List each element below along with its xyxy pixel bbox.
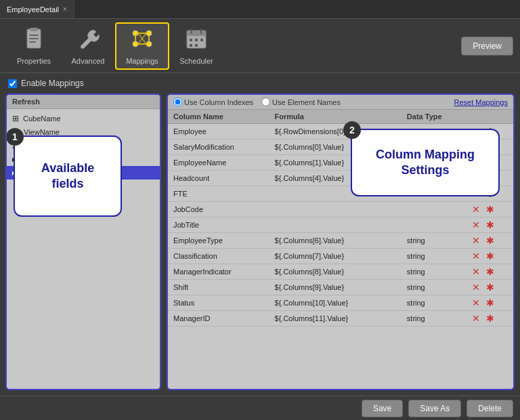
radio-elem-names[interactable]: Use Element Names [261, 98, 341, 106]
col-header-formula: Formula [269, 110, 402, 124]
delete-row-icon[interactable]: ✕ [472, 235, 480, 246]
svg-point-6 [133, 41, 138, 47]
tab-bar: EmployeeDetail × [0, 0, 520, 19]
cell-colname: FTE [168, 186, 269, 202]
save-as-button[interactable]: Save As [408, 400, 461, 417]
cell-colname: JobCode [168, 202, 269, 217]
delete-row-icon[interactable]: ✕ [472, 282, 480, 293]
cell-type: string [402, 311, 467, 327]
cell-formula [269, 217, 402, 233]
delete-button[interactable]: Delete [467, 400, 513, 417]
cell-formula [269, 202, 402, 217]
table-row: JobCode ✕ ✱ [168, 202, 513, 217]
cell-colname: ManagerID [168, 311, 269, 327]
radio-elem-names-label: Use Element Names [272, 98, 341, 106]
svg-rect-16 [187, 30, 206, 36]
callout-1-text: Available fields [26, 161, 110, 192]
enable-mappings-label: Enable Mappings [21, 79, 84, 88]
enable-mappings-row: Enable Mappings [0, 73, 520, 93]
toolbar-btn-properties[interactable]: Properties [7, 22, 61, 70]
cell-colname: ManagerIndicator [168, 264, 269, 280]
cell-actions: ✕ ✱ [467, 280, 513, 295]
cell-formula: ${.Columns[8].Value} [269, 264, 402, 280]
edit-row-icon[interactable]: ✱ [486, 219, 494, 230]
enable-mappings-checkbox[interactable] [8, 79, 17, 88]
cell-actions: ✕ ✱ [467, 249, 513, 264]
table-row: Classification ${.Columns[7].Value} stri… [168, 249, 513, 264]
table-row: ManagerID ${.Columns[11].Value} string ✕… [168, 311, 513, 327]
toolbar-btn-mappings[interactable]: Mappings [115, 22, 169, 70]
svg-point-5 [133, 30, 138, 36]
edit-row-icon[interactable]: ✱ [486, 313, 494, 324]
delete-row-icon[interactable]: ✕ [472, 204, 480, 215]
delete-row-icon[interactable]: ✕ [472, 313, 480, 324]
delete-row-icon[interactable]: ✕ [472, 266, 480, 277]
employee-detail-tab[interactable]: EmployeeDetail × [0, 0, 74, 18]
table-row: Status ${.Columns[10].Value} string ✕ ✱ [168, 295, 513, 311]
cell-actions: ✕ ✱ [467, 217, 513, 233]
edit-row-icon[interactable]: ✱ [486, 235, 494, 246]
radio-elem-names-input[interactable] [261, 98, 270, 106]
cell-colname: Classification [168, 249, 269, 264]
callout-1-number: 1 [6, 128, 24, 146]
col-header-actions [467, 110, 513, 124]
toolbar-btn-advanced[interactable]: Advanced [61, 22, 115, 70]
delete-row-icon[interactable]: ✕ [472, 251, 480, 261]
left-panel-header: Refresh [7, 95, 160, 109]
panels-container: Refresh ⊞ CubeName ▦ ViewName Σ SpreadCo… [0, 93, 520, 396]
cell-type: string [402, 295, 467, 311]
svg-point-7 [146, 30, 152, 36]
svg-rect-19 [190, 39, 192, 41]
svg-rect-1 [30, 28, 38, 31]
delete-row-icon[interactable]: ✕ [472, 219, 480, 230]
svg-rect-22 [190, 44, 192, 47]
grid-icon: ⊞ [12, 114, 19, 123]
edit-row-icon[interactable]: ✱ [486, 297, 494, 308]
preview-button[interactable]: Preview [461, 37, 513, 56]
cell-type [402, 202, 467, 217]
left-item-label: CubeName [23, 114, 61, 123]
toolbar-label-properties: Properties [17, 57, 51, 65]
edit-row-icon[interactable]: ✱ [486, 204, 494, 215]
edit-row-icon[interactable]: ✱ [486, 282, 494, 293]
calendar-icon [184, 26, 209, 56]
cell-type: string [402, 280, 467, 295]
left-item-cube[interactable]: ⊞ CubeName [7, 112, 160, 125]
tab-close-icon[interactable]: × [63, 5, 67, 13]
svg-rect-2 [29, 35, 39, 36]
cell-formula: ${.Columns[9].Value} [269, 280, 402, 295]
toolbar-label-advanced: Advanced [72, 57, 105, 65]
callout-column-mapping: 2 Column Mapping Settings [351, 129, 500, 196]
tab-label: EmployeeDetail [7, 5, 59, 14]
svg-rect-3 [29, 38, 39, 39]
cell-type [402, 217, 467, 233]
cell-type: string [402, 264, 467, 280]
wrench-icon [76, 26, 100, 56]
svg-point-8 [146, 41, 152, 47]
svg-rect-4 [29, 41, 36, 43]
cell-colname: SalaryModification [168, 140, 269, 155]
right-panel-header: Use Column Indexes Use Element Names Res… [168, 95, 513, 110]
radio-group: Use Column Indexes Use Element Names [173, 98, 341, 106]
edit-row-icon[interactable]: ✱ [486, 266, 494, 277]
callout-2-text: Column Mapping Settings [363, 147, 488, 179]
table-row: JobTitle ✕ ✱ [168, 217, 513, 233]
cell-colname: Headcount [168, 171, 269, 186]
svg-rect-23 [195, 44, 198, 47]
cell-colname: JobTitle [168, 217, 269, 233]
reset-mappings-link[interactable]: Reset Mappings [454, 98, 508, 106]
cell-colname: EmployeeName [168, 155, 269, 171]
cell-colname: Employee [168, 124, 269, 140]
cell-colname: Status [168, 295, 269, 311]
cell-type: string [402, 249, 467, 264]
save-button[interactable]: Save [362, 400, 403, 417]
edit-row-icon[interactable]: ✱ [486, 251, 494, 261]
cell-type: string [402, 233, 467, 249]
radio-col-indexes[interactable]: Use Column Indexes [173, 98, 253, 106]
delete-row-icon[interactable]: ✕ [472, 297, 480, 308]
toolbar-btn-scheduler[interactable]: Scheduler [169, 22, 223, 70]
connections-icon [130, 26, 154, 56]
cell-actions: ✕ ✱ [467, 311, 513, 327]
cell-formula: ${.Columns[7].Value} [269, 249, 402, 264]
radio-col-indexes-input[interactable] [173, 98, 182, 106]
